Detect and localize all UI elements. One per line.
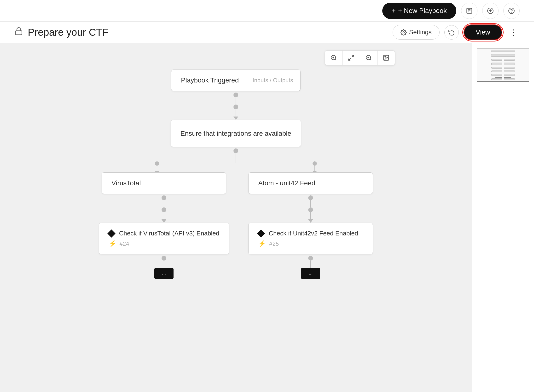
unit42-node-id: #25 [269, 240, 279, 247]
top-bar: + + New Playbook [0, 0, 534, 22]
check-virustotal-meta: ⚡ #24 [109, 240, 220, 247]
upload-button[interactable] [482, 3, 499, 19]
header-left: Prepare your CTF [14, 27, 385, 38]
virustotal-branch: VirusTotal [99, 172, 229, 279]
virustotal-title: VirusTotal [111, 179, 141, 187]
settings-button[interactable]: Settings [393, 25, 440, 40]
bolt-icon-right: ⚡ [258, 240, 266, 247]
new-playbook-label: + New Playbook [398, 7, 447, 15]
bolt-icon-left: ⚡ [109, 240, 116, 247]
playbook-triggered-node[interactable]: Playbook Triggered Inputs / Outputs [171, 70, 301, 91]
check-unit42-meta: ⚡ #25 [258, 240, 363, 247]
virustotal-node[interactable]: VirusTotal [102, 172, 226, 194]
plus-icon: + [392, 7, 396, 15]
header-right: Settings View ⋮ [393, 24, 520, 40]
virustotal-node-id: #24 [120, 240, 129, 247]
unit42-node[interactable]: Atom - unit42 Feed [248, 172, 373, 194]
check-virustotal-header: Check if VirusTotal (API v3) Enabled [109, 230, 220, 237]
unit42-branch: Atom - unit42 Feed [248, 172, 373, 279]
more-menu-button[interactable]: ⋮ [507, 25, 520, 39]
new-playbook-button[interactable]: + + New Playbook [382, 3, 456, 19]
svg-rect-8 [16, 31, 22, 35]
check-unit42-node[interactable]: Check if Unit42v2 Feed Enabled ⚡ #25 [248, 223, 373, 254]
bottom-node-left: ... [154, 268, 174, 279]
branch-row: VirusTotal [99, 172, 373, 279]
docs-button[interactable] [461, 3, 477, 19]
canvas-area: Playbook Triggered Inputs / Outputs Ensu… [0, 43, 534, 392]
canvas-main: Playbook Triggered Inputs / Outputs Ensu… [0, 43, 472, 392]
check-unit42-header: Check if Unit42v2 Feed Enabled [258, 230, 363, 237]
unit42-title: Atom - unit42 Feed [258, 179, 315, 187]
node2-title: Ensure that integrations are available [180, 130, 291, 137]
bottom-node-right: ... [301, 268, 320, 279]
node1-title: Playbook Triggered [181, 76, 239, 84]
view-button[interactable]: View [464, 24, 502, 40]
branch-connector-area: VirusTotal [7, 147, 464, 279]
help-button[interactable] [503, 3, 520, 19]
minimap-viewport [477, 48, 529, 82]
svg-point-9 [403, 31, 405, 33]
settings-label: Settings [409, 29, 432, 36]
page-title: Prepare your CTF [28, 27, 108, 38]
lock-icon [14, 27, 23, 38]
undo-button[interactable] [444, 25, 459, 40]
check-virustotal-title: Check if VirusTotal (API v3) Enabled [119, 230, 220, 237]
check-unit42-title: Check if Unit42v2 Feed Enabled [269, 230, 358, 237]
node1-subtitle: Inputs / Outputs [253, 77, 293, 84]
minimap [472, 43, 534, 392]
svg-point-7 [511, 12, 511, 12]
check-virustotal-node[interactable]: Check if VirusTotal (API v3) Enabled ⚡ #… [99, 223, 229, 254]
flowchart: Playbook Triggered Inputs / Outputs Ensu… [7, 50, 464, 279]
page-header: Prepare your CTF Settings View ⋮ [0, 22, 534, 43]
connector-1 [233, 91, 238, 120]
ensure-integrations-node[interactable]: Ensure that integrations are available [171, 120, 301, 147]
